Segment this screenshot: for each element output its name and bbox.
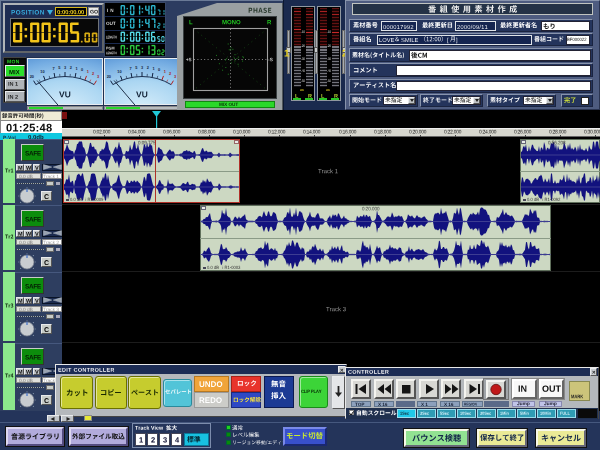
svg-text:1: 1	[75, 66, 78, 71]
svg-text:7: 7	[129, 66, 131, 71]
svg-text:7: 7	[52, 66, 54, 71]
svg-text:2: 2	[169, 71, 172, 76]
svg-text:10: 10	[40, 69, 44, 74]
svg-text:0: 0	[81, 67, 83, 72]
svg-text:20: 20	[30, 74, 34, 79]
svg-text:3: 3	[174, 74, 177, 79]
svg-text:3: 3	[141, 65, 144, 70]
svg-text:5: 5	[58, 65, 61, 70]
svg-text:2: 2	[92, 71, 95, 76]
svg-text:5: 5	[135, 65, 138, 70]
svg-text:10: 10	[117, 69, 121, 74]
svg-text:3: 3	[97, 74, 100, 79]
svg-text:3: 3	[64, 65, 67, 70]
svg-text:2: 2	[147, 65, 150, 70]
svg-text:2: 2	[70, 65, 73, 70]
svg-text:1: 1	[164, 69, 167, 74]
svg-text:1: 1	[152, 66, 155, 71]
svg-text:20: 20	[107, 74, 111, 79]
svg-text:0: 0	[158, 67, 160, 72]
svg-text:1: 1	[87, 69, 90, 74]
